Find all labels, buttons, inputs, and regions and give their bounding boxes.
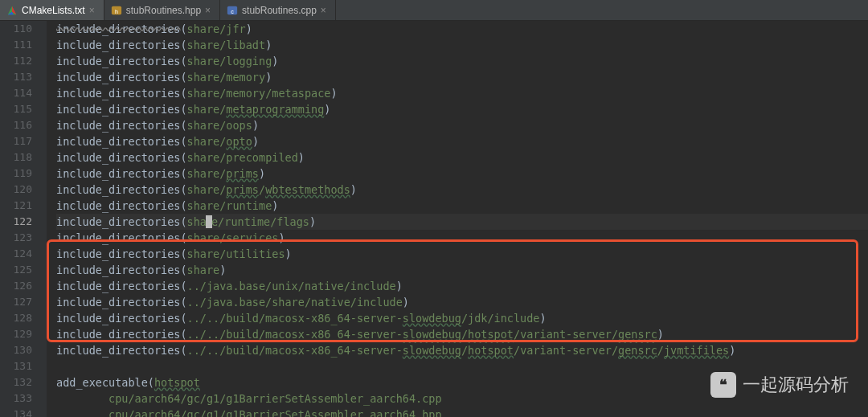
cpp-file-icon: c xyxy=(227,5,238,16)
tab-stubroutines-cpp[interactable]: cstubRoutines.cpp× xyxy=(220,0,336,20)
line-number: 131 xyxy=(0,358,32,374)
line-number: 117 xyxy=(0,133,32,149)
tab-label: stubRoutines.hpp xyxy=(126,5,201,16)
code-line: include_directories(share/runtime) xyxy=(56,198,868,214)
line-number: 119 xyxy=(0,166,32,182)
code-line: include_directories(shae/runtime/flags) xyxy=(56,214,868,230)
tab-stubroutines-hpp[interactable]: hstubRoutines.hpp× xyxy=(104,0,220,20)
code-line: include_directories(share/logging) xyxy=(56,53,868,69)
code-line: include_directories(share/memory) xyxy=(56,69,868,85)
watermark-text: 一起源码分析 xyxy=(743,373,849,397)
code-line: include_directories(../java.base/unix/na… xyxy=(56,278,868,294)
line-number: 110 xyxy=(0,21,32,37)
code-line: include_directories(share/utilities) xyxy=(56,246,868,262)
line-number: 111 xyxy=(0,37,32,53)
close-icon[interactable]: × xyxy=(205,6,213,14)
code-line: include_directories(share/precompiled) xyxy=(56,149,868,166)
line-number: 112 xyxy=(0,53,32,69)
code-line: include_directories(../java.base/share/n… xyxy=(56,294,868,310)
code-line: include_directories(share/prims) xyxy=(56,166,868,182)
line-number: 118 xyxy=(0,149,32,166)
code-area[interactable]: include_directories(share/jfr)include_di… xyxy=(47,21,868,417)
tab-label: stubRoutines.cpp xyxy=(242,5,317,16)
code-line: include_directories(share/prims/wbtestme… xyxy=(56,182,868,198)
code-line: include_directories(../../build/macosx-x… xyxy=(56,342,868,358)
code-line: include_directories(share/libadt) xyxy=(56,37,868,53)
line-number: 124 xyxy=(0,246,32,262)
code-line: include_directories(share/oops) xyxy=(56,117,868,133)
line-number-gutter: 1101111121131141151161171181191201211221… xyxy=(0,21,47,417)
code-line: include_directories(share) xyxy=(56,262,868,278)
line-number: 114 xyxy=(0,85,32,101)
line-number: 115 xyxy=(0,101,32,117)
editor-area: 1101111121131141151161171181191201211221… xyxy=(0,21,868,417)
line-number: 123 xyxy=(0,230,32,246)
line-number: 126 xyxy=(0,278,32,294)
svg-text:h: h xyxy=(115,8,118,14)
line-number: 121 xyxy=(0,198,32,214)
cmake-file-icon xyxy=(6,5,18,16)
code-line: include_directories(../../build/macosx-x… xyxy=(56,310,868,326)
code-line: include_directories(share/jfr) xyxy=(56,21,868,37)
hpp-file-icon: h xyxy=(111,5,122,16)
line-number: 129 xyxy=(0,326,32,342)
tab-label: CMakeLists.txt xyxy=(22,5,85,16)
code-line: cpu/aarch64/gc/g1/g1BarrierSetAssembler_… xyxy=(56,407,868,417)
line-number: 127 xyxy=(0,294,32,310)
svg-text:c: c xyxy=(231,8,234,14)
line-number: 134 xyxy=(0,407,32,417)
editor-tabbar: CMakeLists.txt×hstubRoutines.hpp×cstubRo… xyxy=(0,0,868,21)
code-line: include_directories(share/services) xyxy=(56,230,868,246)
watermark: ❝ 一起源码分析 xyxy=(710,372,849,398)
tab-cmakelists-txt[interactable]: CMakeLists.txt× xyxy=(0,0,104,20)
line-number: 125 xyxy=(0,262,32,278)
line-number: 132 xyxy=(0,374,32,390)
close-icon[interactable]: × xyxy=(89,6,97,14)
line-number: 133 xyxy=(0,390,32,407)
wechat-icon: ❝ xyxy=(710,372,736,398)
line-number: 113 xyxy=(0,69,32,85)
line-number: 116 xyxy=(0,117,32,133)
code-line: include_directories(share/opto) xyxy=(56,133,868,149)
code-line: include_directories(share/metaprogrammin… xyxy=(56,101,868,117)
code-line: include_directories(share/memory/metaspa… xyxy=(56,85,868,101)
line-number: 122 xyxy=(0,214,32,230)
line-number: 120 xyxy=(0,182,32,198)
line-number: 130 xyxy=(0,342,32,358)
line-number: 128 xyxy=(0,310,32,326)
close-icon[interactable]: × xyxy=(321,6,329,14)
code-line: include_directories(../../build/macosx-x… xyxy=(56,326,868,342)
